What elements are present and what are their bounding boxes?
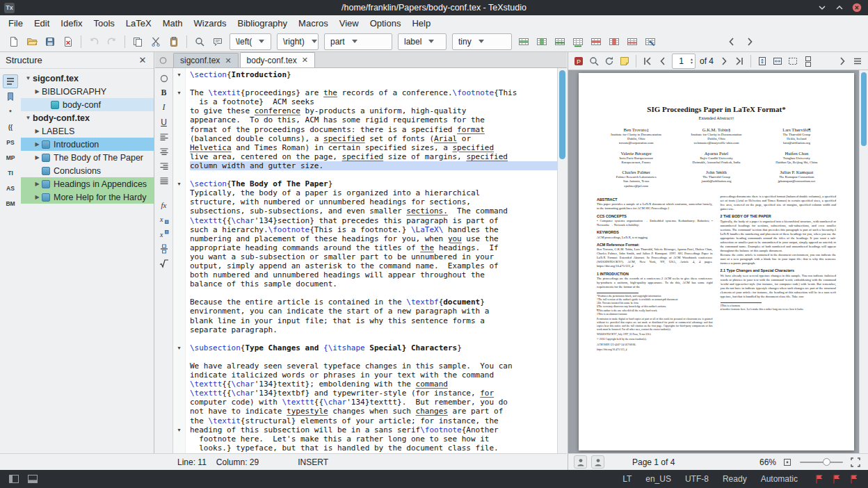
structure-item[interactable]: ▼sigconf.tex	[21, 72, 154, 85]
menu-bibliography[interactable]: Bibliography	[232, 16, 294, 31]
table-align-columns-button[interactable]	[569, 33, 587, 51]
search-button[interactable]	[191, 33, 209, 51]
sectioning-combo[interactable]: part	[324, 33, 392, 50]
paste-button[interactable]	[165, 33, 183, 51]
code-line[interactable]: heading of this subsection will be in a …	[190, 425, 557, 434]
underline-button[interactable]: U	[156, 115, 172, 129]
code-line[interactable]: \subsection{Type Changes and {\itshape S…	[190, 343, 557, 352]
last-page-button[interactable]	[732, 54, 747, 69]
structure-item[interactable]: ▶Introduction	[21, 138, 154, 151]
code-line[interactable]: the \textit{structural} elements of your…	[190, 416, 557, 425]
bookmark-3-flag-icon[interactable]	[847, 472, 861, 486]
magnifier-button[interactable]	[586, 54, 602, 69]
toggle-bottom-panel-icon[interactable]	[26, 472, 40, 486]
expander-icon[interactable]: ▶	[33, 194, 42, 200]
code-line[interactable]: \section{The Body of The Paper}	[190, 179, 557, 188]
structure-item[interactable]: Conclusions	[21, 164, 154, 177]
code-line[interactable]: \section{Introduction}	[190, 70, 557, 79]
menu-options[interactable]: Options	[364, 16, 407, 31]
structure-item[interactable]: ▶The Body of The Paper	[21, 151, 154, 164]
code-line[interactable]	[190, 352, 557, 361]
code-line[interactable]: such a hierarchy.\footnote{This is a foo…	[190, 225, 557, 234]
zoom-slider[interactable]	[800, 457, 843, 467]
code-line[interactable]: live area, centered on the page, specifi…	[190, 152, 557, 161]
code-line[interactable]: not have to indicate typestyle changes w…	[190, 407, 557, 416]
previous-page-button[interactable]	[655, 54, 670, 69]
menu-tools[interactable]: Tools	[88, 16, 120, 31]
metapost-icon[interactable]: MP	[3, 151, 18, 165]
code-line[interactable]: appropriate heading commands around the …	[190, 243, 557, 252]
bookmark-2-flag-icon[interactable]	[830, 472, 844, 486]
status-automatic[interactable]: Automatic	[755, 473, 803, 485]
pdf-scrollbar-thumb[interactable]	[861, 72, 867, 146]
code-line[interactable]	[190, 79, 557, 88]
code-line[interactable]: environment, you can indicate the start …	[190, 307, 557, 316]
editor-code[interactable]: \section{Introduction}The \textit{procee…	[186, 68, 557, 453]
asymptote-icon[interactable]: AS	[3, 181, 18, 195]
code-line[interactable]	[190, 288, 557, 298]
tab-close-icon[interactable]: ✕	[225, 57, 231, 65]
new-document-button[interactable]	[5, 33, 23, 51]
fold-marker-icon[interactable]: ▾	[173, 179, 185, 188]
cut-button[interactable]	[147, 33, 165, 51]
tab-sigconf-tex[interactable]: sigconf.tex✕	[173, 53, 239, 67]
code-line[interactable]: is a footnote} ACM seeks	[190, 97, 557, 106]
code-line[interactable]: computer code) with \texttt{{\char'134}t…	[190, 398, 557, 407]
code-line[interactable]	[190, 170, 557, 179]
structure-item[interactable]: ▶Headings in Appendices	[21, 177, 154, 190]
fit-page-button[interactable]	[755, 54, 770, 69]
code-line[interactable]: Helvetica and Times Roman) in certain sp…	[190, 143, 557, 152]
code-line[interactable]: numbering and placement of these heading…	[190, 234, 557, 243]
code-line[interactable]: \texttt{{\char'134}textit}; emboldening …	[190, 380, 557, 389]
menu-latex[interactable]: LaTeX	[120, 16, 157, 31]
font-size-combo[interactable]: tiny	[452, 33, 512, 50]
table-add-row-button[interactable]	[515, 33, 533, 51]
code-line[interactable]: We have already seen several typeface ch…	[190, 361, 557, 371]
overflow-button[interactable]	[835, 54, 850, 69]
pdf-scrollbar[interactable]	[859, 70, 868, 453]
tikz-icon[interactable]: TI	[3, 166, 18, 180]
menu-math[interactable]: Math	[157, 16, 188, 31]
structure-item[interactable]: ▶LABELS	[21, 124, 154, 138]
zoom-grid-icon[interactable]	[780, 455, 794, 469]
first-page-button[interactable]	[640, 54, 655, 69]
code-line[interactable]: balance of this sample document.	[190, 279, 557, 288]
code-line[interactable]: you want a sub-subsection or smaller par…	[190, 252, 557, 261]
open-document-button[interactable]	[23, 33, 41, 51]
panel-close-icon[interactable]: ✕	[137, 55, 148, 65]
next-document-button[interactable]	[741, 33, 759, 51]
sticky-note-button[interactable]	[617, 54, 632, 69]
expander-icon[interactable]: ▶	[33, 88, 42, 95]
maximize-button[interactable]	[834, 2, 845, 13]
reference-combo[interactable]: label	[398, 33, 447, 50]
minimize-button[interactable]	[817, 2, 828, 13]
expander-icon[interactable]: ▼	[24, 115, 33, 121]
left-delimiter-combo[interactable]: \left(	[230, 33, 271, 50]
bookmarks-icon[interactable]	[3, 90, 18, 104]
code-line[interactable]: Typically, the body of a paper is organi…	[190, 188, 557, 197]
fold-marker-icon[interactable]: ▾	[173, 88, 185, 97]
copy-button[interactable]	[129, 33, 147, 51]
fraction-button[interactable]	[156, 241, 172, 256]
pdf-menu-button[interactable]	[850, 54, 865, 69]
superscript-button[interactable]: x	[156, 227, 172, 241]
code-line[interactable]: subsections, sub-subsections, and even s…	[190, 206, 557, 215]
align-right-button[interactable]	[156, 158, 172, 173]
pdf-logo-button[interactable]: P	[571, 54, 586, 69]
code-line[interactable]: column width and gutter size.	[190, 161, 557, 170]
expander-icon[interactable]: ▶	[33, 141, 42, 147]
toggle-side-panel-icon[interactable]	[7, 472, 21, 486]
code-line[interactable]: (balanced double columns), a specified s…	[190, 134, 557, 143]
undo-button[interactable]	[85, 33, 103, 51]
brackets-icon[interactable]: ({	[3, 120, 18, 134]
function-button[interactable]: fx	[156, 197, 172, 212]
subscript-button[interactable]: x	[156, 212, 172, 227]
table-remove-row-button[interactable]	[587, 33, 605, 51]
symbols-icon[interactable]: *	[3, 105, 18, 119]
expander-icon[interactable]: ▼	[24, 75, 33, 81]
table-add-hline-button[interactable]	[551, 33, 569, 51]
code-line[interactable]: output, simply append an asterisk to the…	[190, 261, 557, 270]
menu-idefix[interactable]: Idefix	[55, 16, 88, 31]
continuous-button[interactable]	[801, 54, 816, 69]
structure-item[interactable]: ▶More Help for the Hardy	[21, 190, 154, 204]
